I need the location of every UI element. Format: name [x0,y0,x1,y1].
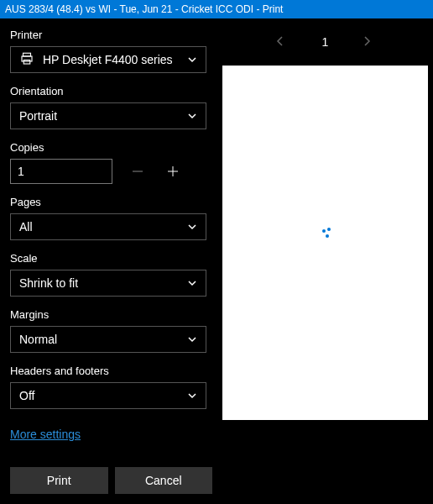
printer-select[interactable]: HP Deskjet F4400 series [10,46,206,73]
headers-value: Off [19,389,34,402]
orientation-value: Portrait [19,109,57,123]
dialog-content: Printer HP Deskjet F4400 series Orientat… [0,18,433,504]
prev-page-button[interactable] [275,35,289,49]
copies-increment[interactable] [163,161,183,181]
print-button[interactable]: Print [10,467,108,494]
copies-input[interactable] [10,159,112,184]
settings-panel: Printer HP Deskjet F4400 series Orientat… [0,18,222,504]
pages-value: All [19,220,33,234]
loading-spinner-icon [317,228,334,244]
orientation-label: Orientation [10,85,212,97]
scale-select[interactable]: Shrink to fit [10,270,206,297]
page-number: 1 [322,35,329,49]
scale-label: Scale [10,252,212,265]
preview-panel: 1 [222,18,433,504]
chevron-down-icon [187,334,197,344]
copies-label: Copies [10,141,212,154]
printer-icon [19,51,34,69]
chevron-down-icon [187,55,197,65]
margins-value: Normal [19,333,57,346]
printer-label: Printer [10,29,212,41]
next-page-button[interactable] [362,35,375,49]
pages-label: Pages [10,196,212,208]
window-titlebar: AUS 283/4 (48.4) vs WI - Tue, Jun 21 - C… [0,0,433,18]
pages-select[interactable]: All [10,213,206,240]
printer-value: HP Deskjet F4400 series [43,53,173,66]
chevron-down-icon [187,391,197,401]
margins-select[interactable]: Normal [10,326,206,353]
page-navigator: 1 [222,18,428,66]
chevron-down-icon [187,111,197,121]
scale-value: Shrink to fit [19,276,78,290]
headers-select[interactable]: Off [10,382,206,409]
more-settings-link[interactable]: More settings [10,428,212,441]
svg-rect-2 [23,60,30,64]
margins-label: Margins [10,308,212,321]
headers-label: Headers and footers [10,365,212,377]
chevron-down-icon [187,222,197,232]
cancel-button[interactable]: Cancel [115,467,213,494]
orientation-select[interactable]: Portrait [10,102,206,129]
page-preview [222,66,428,420]
copies-decrement[interactable] [128,161,148,181]
chevron-down-icon [187,278,197,288]
